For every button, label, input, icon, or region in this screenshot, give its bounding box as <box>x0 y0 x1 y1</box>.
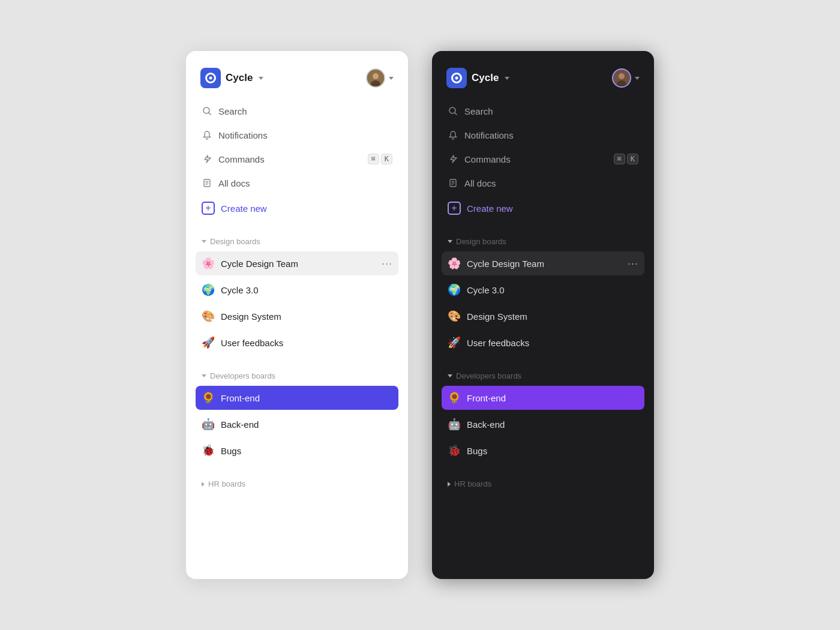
create-new-light[interactable]: + Create new <box>196 196 398 220</box>
search-icon-light <box>202 106 212 116</box>
hr-boards-section-dark[interactable]: HR boards <box>442 472 644 491</box>
notifications-label-light: Notifications <box>218 130 392 140</box>
developers-boards-section-dark[interactable]: Developers boards <box>442 364 644 383</box>
avatar-dark[interactable] <box>612 68 631 88</box>
divider-3-dark <box>442 465 644 470</box>
design-boards-label-light: Design boards <box>210 237 260 246</box>
commands-nav-light[interactable]: Commands ⌘ K <box>196 148 398 170</box>
board-menu-0-light[interactable]: ··· <box>382 257 392 270</box>
board-frontend-light[interactable]: 🌻 Front-end <box>196 386 398 410</box>
search-nav-light[interactable]: Search <box>196 100 398 122</box>
board-emoji-frontend-dark: 🌻 <box>448 391 461 404</box>
board-bugs-light[interactable]: 🐞 Bugs <box>196 439 398 463</box>
board-emoji-2-light: 🎨 <box>202 310 215 323</box>
board-label-0-light: Cycle Design Team <box>221 259 376 269</box>
cmd-key-dark: ⌘ <box>614 154 625 164</box>
notifications-nav-dark[interactable]: Notifications <box>442 124 644 146</box>
all-docs-label-dark: All docs <box>464 178 638 188</box>
collapse-design-light <box>202 240 206 243</box>
board-label-1-light: Cycle 3.0 <box>221 285 392 295</box>
board-label-2-dark: Design System <box>467 311 638 322</box>
commands-kbd-dark: ⌘ K <box>614 154 638 164</box>
lightning-icon-light <box>202 154 212 164</box>
header-dark: Cycle <box>442 65 644 98</box>
board-user-feedbacks-light[interactable]: 🚀 User feedbacks <box>196 331 398 355</box>
board-cycle-30-light[interactable]: 🌍 Cycle 3.0 <box>196 278 398 302</box>
board-label-bugs-dark: Bugs <box>467 446 638 456</box>
board-cycle-30-dark[interactable]: 🌍 Cycle 3.0 <box>442 278 644 302</box>
commands-nav-dark[interactable]: Commands ⌘ K <box>442 148 644 170</box>
board-emoji-1-dark: 🌍 <box>448 283 461 296</box>
board-user-feedbacks-dark[interactable]: 🚀 User feedbacks <box>442 331 644 355</box>
header-right-light <box>366 68 394 88</box>
create-icon-light: + <box>202 202 215 215</box>
divider-2-dark <box>442 357 644 362</box>
create-new-label-dark: Create new <box>467 203 513 214</box>
commands-label-light: Commands <box>218 154 362 164</box>
board-backend-light[interactable]: 🤖 Back-end <box>196 412 398 436</box>
avatar-light[interactable] <box>366 68 385 88</box>
create-new-dark[interactable]: + Create new <box>442 196 644 220</box>
svg-line-13 <box>455 113 457 115</box>
board-label-backend-light: Back-end <box>221 419 392 430</box>
search-label-dark: Search <box>464 106 638 116</box>
developers-boards-label-dark: Developers boards <box>456 371 521 380</box>
board-frontend-dark[interactable]: 🌻 Front-end <box>442 386 644 410</box>
board-emoji-0-light: 🌸 <box>202 257 215 270</box>
commands-kbd-light: ⌘ K <box>368 154 392 164</box>
all-docs-nav-light[interactable]: All docs <box>196 172 398 194</box>
board-design-system-dark[interactable]: 🎨 Design System <box>442 304 644 328</box>
board-bugs-dark[interactable]: 🐞 Bugs <box>442 439 644 463</box>
docs-icon-dark <box>448 178 458 188</box>
app-name-light: Cycle <box>226 72 253 84</box>
collapse-hr-light <box>202 482 205 487</box>
app-chevron-light[interactable] <box>259 77 263 80</box>
create-new-label-light: Create new <box>221 203 267 214</box>
collapse-design-dark <box>448 240 452 243</box>
avatar-chevron-light[interactable] <box>389 77 394 80</box>
k-key-light: K <box>381 154 392 164</box>
all-docs-nav-dark[interactable]: All docs <box>442 172 644 194</box>
search-nav-dark[interactable]: Search <box>442 100 644 122</box>
header-right-dark <box>612 68 640 88</box>
board-emoji-3-light: 🚀 <box>202 336 215 349</box>
design-boards-section-dark[interactable]: Design boards <box>442 230 644 249</box>
search-label-light: Search <box>218 106 392 116</box>
board-design-system-light[interactable]: 🎨 Design System <box>196 304 398 328</box>
developers-boards-label-light: Developers boards <box>210 371 275 380</box>
docs-icon-light <box>202 178 212 188</box>
app-brand-light[interactable]: Cycle <box>200 68 263 88</box>
collapse-developers-dark <box>448 374 452 377</box>
board-label-bugs-light: Bugs <box>221 446 392 456</box>
board-label-frontend-light: Front-end <box>221 393 392 403</box>
notifications-nav-light[interactable]: Notifications <box>196 124 398 146</box>
board-menu-0-dark[interactable]: ··· <box>628 257 638 270</box>
board-emoji-bugs-dark: 🐞 <box>448 444 461 457</box>
hr-boards-section-light[interactable]: HR boards <box>196 472 398 491</box>
developers-boards-section-light[interactable]: Developers boards <box>196 364 398 383</box>
cycle-logo-light <box>200 68 221 88</box>
divider-1-dark <box>442 223 644 227</box>
board-cycle-design-team-dark[interactable]: 🌸 Cycle Design Team ··· <box>442 251 644 275</box>
board-label-backend-dark: Back-end <box>467 419 638 430</box>
lightning-icon-dark <box>448 154 458 164</box>
board-backend-dark[interactable]: 🤖 Back-end <box>442 412 644 436</box>
board-cycle-design-team-light[interactable]: 🌸 Cycle Design Team ··· <box>196 251 398 275</box>
svg-line-4 <box>209 113 211 115</box>
search-icon-dark <box>448 106 458 116</box>
notifications-label-dark: Notifications <box>464 130 638 140</box>
board-label-3-dark: User feedbacks <box>467 338 638 348</box>
all-docs-label-light: All docs <box>218 178 392 188</box>
avatar-chevron-dark[interactable] <box>635 77 640 80</box>
sidebar-dark: Cycle Search <box>432 51 654 579</box>
sidebar-light: Cycle Search <box>186 51 408 579</box>
board-emoji-backend-light: 🤖 <box>202 418 215 431</box>
board-emoji-bugs-light: 🐞 <box>202 444 215 457</box>
app-brand-dark[interactable]: Cycle <box>446 68 509 88</box>
app-chevron-dark[interactable] <box>505 77 509 80</box>
collapse-developers-light <box>202 374 206 377</box>
board-label-0-dark: Cycle Design Team <box>467 259 622 269</box>
design-boards-section-light[interactable]: Design boards <box>196 230 398 249</box>
create-icon-dark: + <box>448 202 461 215</box>
cmd-key-light: ⌘ <box>368 154 379 164</box>
